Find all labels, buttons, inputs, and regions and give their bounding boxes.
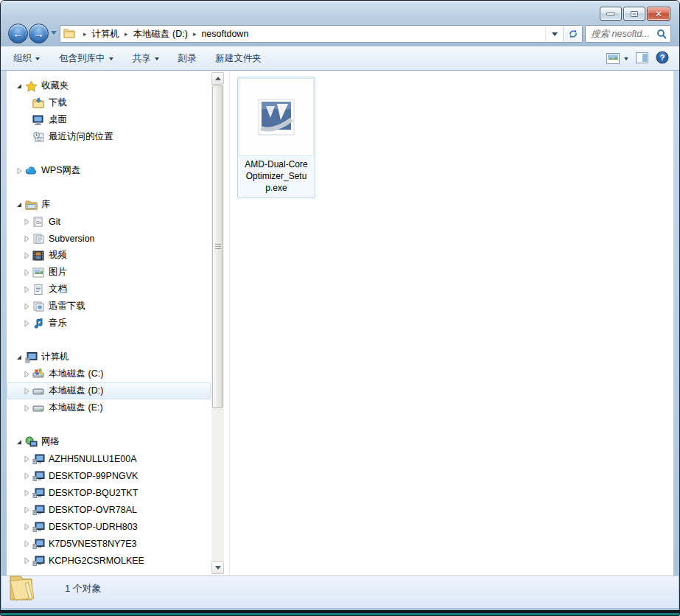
help-icon: ? — [656, 51, 669, 64]
video-icon — [32, 250, 45, 262]
collapsed-triangle-icon[interactable] — [23, 285, 30, 294]
tree-item-本地磁盘 (C:)[interactable]: 本地磁盘 (C:) — [7, 365, 211, 382]
collapsed-triangle-icon[interactable] — [23, 472, 30, 480]
pc-icon — [32, 555, 45, 567]
breadcrumb-segment[interactable]: nesoftdown — [201, 29, 248, 39]
address-bar[interactable]: ▸ 计算机▸本地磁盘 (D:)▸nesoftdown — [60, 25, 583, 43]
tree-item-视频[interactable]: 视频 — [7, 247, 211, 264]
tree-item-KCPHG2CSRMOLKEE[interactable]: KCPHG2CSRMOLKEE — [7, 552, 211, 569]
pc-icon — [32, 453, 45, 465]
pc-icon — [32, 538, 45, 550]
breadcrumb-arrow-icon[interactable]: ▸ — [119, 30, 133, 38]
tree-item-迅雷下载[interactable]: 迅雷下载 — [7, 298, 211, 315]
expanded-triangle-icon[interactable] — [15, 438, 23, 446]
tree-item-AZHH5NULLU1E00A[interactable]: AZHH5NULLU1E00A — [7, 450, 211, 467]
views-dropdown-caret-icon[interactable] — [624, 57, 628, 60]
collapsed-triangle-icon[interactable] — [23, 370, 30, 379]
search-icon[interactable] — [656, 29, 667, 40]
tree-item-WPS网盘[interactable]: WPS网盘 — [7, 162, 211, 179]
address-dropdown-caret-icon — [552, 32, 558, 36]
toolbar-button-label: 新建文件夹 — [216, 52, 262, 65]
breadcrumb-segment[interactable]: 本地磁盘 (D:) — [133, 28, 188, 41]
tree-item-label: Subversion — [49, 234, 95, 244]
collapsed-triangle-icon[interactable] — [23, 455, 30, 463]
tree-item-最近访问的位置[interactable]: 最近访问的位置 — [7, 128, 211, 145]
help-button[interactable]: ? — [656, 51, 669, 66]
views-button[interactable] — [606, 53, 628, 64]
desktop-edge-line — [1, 613, 679, 615]
back-arrow-icon: ← — [13, 28, 24, 39]
toolbar-button-新建文件夹[interactable]: 新建文件夹 — [209, 49, 269, 69]
tree-item-DESKTOP-BQU2TKT[interactable]: DESKTOP-BQU2TKT — [7, 484, 211, 501]
file-name-line: AMD-Dual-Core — [239, 158, 314, 170]
tree-item-label: 图片 — [49, 266, 67, 279]
scroll-up-button[interactable] — [211, 72, 224, 85]
scroll-down-arrow-icon — [215, 566, 221, 570]
collapsed-triangle-icon[interactable] — [23, 505, 30, 514]
toolbar-button-包含到库中[interactable]: 包含到库中 — [52, 49, 120, 69]
tree-item-图片[interactable]: 图片 — [7, 264, 211, 281]
breadcrumb-arrow-icon[interactable]: ▸ — [188, 30, 202, 38]
collapsed-triangle-icon[interactable] — [23, 556, 30, 565]
collapsed-triangle-icon[interactable] — [23, 404, 30, 413]
tree-item-本地磁盘 (E:)[interactable]: 本地磁盘 (E:) — [7, 399, 211, 416]
toolbar-button-刻录[interactable]: 刻录 — [172, 49, 203, 69]
sidebar-scrollbar[interactable] — [211, 72, 224, 574]
title-bar: ✕ — [1, 1, 679, 21]
tree-item-Subversion[interactable]: Subversion — [7, 230, 211, 247]
tree-item-label: WPS网盘 — [41, 164, 80, 177]
maximize-button[interactable] — [623, 7, 645, 21]
file-item-amd-setup[interactable]: AMD-Dual-CoreOptimizer_Setup.exe — [237, 77, 315, 198]
back-button[interactable]: ← — [8, 24, 28, 43]
tree-item-DESKTOP-OVR78AL[interactable]: DESKTOP-OVR78AL — [7, 501, 211, 518]
expanded-triangle-icon[interactable] — [15, 354, 23, 361]
collapsed-triangle-icon[interactable] — [23, 387, 30, 396]
toolbar-button-共享[interactable]: 共享 — [126, 49, 166, 69]
tree-item-K7D5VNEST8NY7E3[interactable]: K7D5VNEST8NY7E3 — [7, 535, 211, 552]
tree-item-桌面[interactable]: 桌面 — [7, 111, 211, 128]
tree-item-下载[interactable]: 下载 — [7, 94, 211, 111]
search-box[interactable]: 搜索 nesoftd... — [585, 25, 671, 43]
tree-item-文档[interactable]: 文档 — [7, 281, 211, 298]
breadcrumb-segment[interactable]: 计算机 — [92, 28, 120, 41]
tree-item-网络[interactable]: 网络 — [7, 433, 211, 450]
search-input-text[interactable]: 搜索 nesoftd... — [591, 28, 656, 41]
tree-item-DESKTOP-UDRH803[interactable]: DESKTOP-UDRH803 — [7, 518, 211, 535]
collapsed-triangle-icon[interactable] — [23, 522, 30, 531]
collapsed-triangle-icon[interactable] — [23, 489, 30, 497]
tree-item-库[interactable]: 库 — [7, 196, 211, 213]
scrollbar-thumb[interactable] — [212, 85, 223, 408]
recent-icon — [32, 131, 45, 143]
tree-item-音乐[interactable]: 音乐 — [7, 315, 211, 332]
tree-item-label: 视频 — [49, 249, 67, 262]
collapsed-triangle-icon[interactable] — [23, 217, 30, 226]
collapsed-triangle-icon[interactable] — [23, 539, 30, 548]
close-button[interactable]: ✕ — [647, 7, 670, 21]
address-dropdown-button[interactable] — [545, 26, 563, 42]
toolbar-button-组织[interactable]: 组织 — [7, 49, 46, 69]
tree-item-Git[interactable]: GitGit — [7, 213, 211, 230]
scroll-up-arrow-icon — [215, 77, 221, 80]
expanded-triangle-icon[interactable] — [15, 201, 23, 209]
tree-item-DESKTOP-99PNGVK[interactable]: DESKTOP-99PNGVK — [7, 467, 211, 484]
tree-item-收藏夹[interactable]: 收藏夹 — [7, 77, 211, 94]
scroll-down-button[interactable] — [211, 561, 224, 574]
collapsed-triangle-icon[interactable] — [23, 319, 30, 328]
tree-item-计算机[interactable]: 计算机 — [7, 349, 211, 365]
collapsed-triangle-icon[interactable] — [15, 167, 23, 175]
tree-section-收藏夹: 收藏夹下载桌面最近访问的位置 — [7, 77, 211, 145]
collapsed-triangle-icon[interactable] — [23, 251, 30, 260]
forward-button[interactable]: → — [29, 24, 49, 43]
history-dropdown-caret-icon[interactable] — [51, 31, 57, 35]
tree-item-本地磁盘 (D:)[interactable]: 本地磁盘 (D:) — [7, 382, 211, 399]
collapsed-triangle-icon[interactable] — [23, 234, 30, 243]
expanded-triangle-icon[interactable] — [15, 83, 23, 90]
collapsed-triangle-icon[interactable] — [23, 268, 30, 277]
maximize-icon — [631, 11, 638, 17]
preview-pane-button[interactable] — [636, 52, 648, 66]
forward-arrow-icon: → — [33, 28, 44, 39]
refresh-button[interactable] — [563, 26, 582, 42]
minimize-button[interactable] — [600, 7, 622, 21]
collapsed-triangle-icon[interactable] — [23, 302, 30, 311]
breadcrumb: 计算机▸本地磁盘 (D:)▸nesoftdown — [92, 26, 249, 42]
